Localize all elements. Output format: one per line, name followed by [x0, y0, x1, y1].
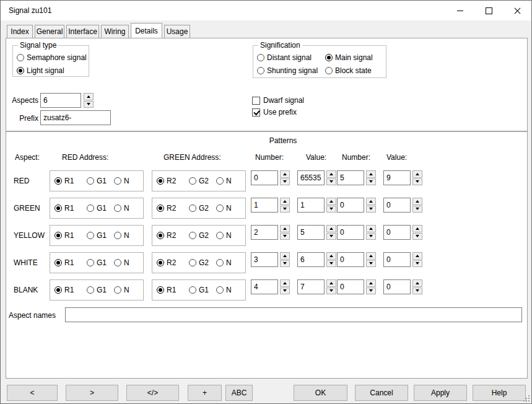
radio-red-green-g2[interactable]: G2	[189, 176, 209, 186]
tab-interface[interactable]: Interface	[66, 25, 99, 38]
value1-input[interactable]	[297, 225, 325, 240]
spin-down-button[interactable]	[412, 178, 422, 186]
spin-up-button[interactable]	[366, 279, 376, 287]
tab-wiring[interactable]: Wiring	[101, 25, 129, 38]
spin-up-button[interactable]	[412, 170, 422, 178]
number2-input[interactable]	[337, 170, 364, 185]
radio-green-green-n[interactable]: N	[216, 203, 232, 213]
tab-details[interactable]: Details	[131, 23, 162, 38]
radio-red-red-g1[interactable]: G1	[87, 176, 107, 186]
apply-button[interactable]: Apply	[414, 385, 467, 401]
next-button[interactable]: >	[66, 385, 118, 401]
spin-up-button[interactable]	[326, 279, 336, 287]
help-button[interactable]: Help	[473, 385, 526, 401]
radio-red-red-r1[interactable]: R1	[55, 176, 74, 186]
value2-input[interactable]	[383, 170, 411, 185]
radio-green-red-r1[interactable]: R1	[55, 203, 74, 213]
radio-blank-red-g1[interactable]: G1	[87, 285, 107, 295]
spin-up-button[interactable]	[326, 198, 336, 205]
value1-input[interactable]	[297, 252, 325, 267]
spin-down-button[interactable]	[280, 178, 290, 186]
spin-up-button[interactable]	[412, 279, 422, 287]
spin-down-button[interactable]	[412, 260, 422, 268]
spin-up-button[interactable]	[280, 198, 290, 205]
number2-input[interactable]	[337, 252, 364, 267]
radio-white-green-n[interactable]: N	[216, 258, 232, 268]
radio-white-green-g2[interactable]: G2	[189, 258, 209, 268]
radio-blank-red-r1[interactable]: R1	[55, 285, 74, 295]
close-button[interactable]	[503, 1, 531, 20]
spin-up-button[interactable]	[280, 225, 290, 232]
radio-blank-green-r1[interactable]: R1	[157, 285, 176, 295]
spin-up-button[interactable]	[412, 198, 422, 205]
prefix-input[interactable]	[40, 110, 111, 125]
spin-down-button[interactable]	[366, 206, 376, 213]
spin-down-button[interactable]	[366, 260, 376, 268]
spin-down-button[interactable]	[326, 260, 336, 268]
spin-down-button[interactable]	[280, 233, 290, 240]
checkbox-use-prefix[interactable]: Use prefix	[252, 108, 297, 116]
spin-down-button[interactable]	[366, 233, 376, 240]
number1-input[interactable]	[251, 225, 278, 240]
abc-button[interactable]: ABC	[225, 385, 253, 401]
radio-green-red-n[interactable]: N	[114, 203, 129, 213]
spin-down-button[interactable]	[412, 233, 422, 240]
spin-down-button[interactable]	[280, 288, 290, 295]
spin-down-button[interactable]	[366, 288, 376, 295]
spin-up-button[interactable]	[366, 198, 376, 205]
number1-input[interactable]	[251, 198, 278, 213]
radio-yellow-red-r1[interactable]: R1	[55, 231, 74, 240]
spin-up-button[interactable]	[326, 170, 336, 178]
spin-down-button[interactable]	[412, 206, 422, 213]
checkbox-dwarf-signal[interactable]: Dwarf signal	[252, 96, 304, 105]
tab-usage[interactable]: Usage	[164, 25, 190, 38]
radio-yellow-red-g1[interactable]: G1	[87, 231, 107, 240]
plus-button[interactable]: +	[188, 385, 222, 401]
spin-down-button[interactable]	[326, 233, 336, 240]
radio-yellow-red-n[interactable]: N	[114, 231, 129, 240]
radio-main-signal[interactable]: Main signal	[325, 53, 386, 63]
radio-blank-red-n[interactable]: N	[114, 285, 129, 295]
spin-up-button[interactable]	[280, 252, 290, 260]
value2-input[interactable]	[383, 252, 411, 267]
value1-input[interactable]	[297, 198, 325, 213]
radio-block-state[interactable]: Block state	[325, 66, 386, 76]
spin-down-button[interactable]	[280, 206, 290, 213]
radio-green-green-g2[interactable]: G2	[189, 203, 209, 213]
spin-up-button[interactable]	[280, 279, 290, 287]
ok-button[interactable]: OK	[294, 385, 347, 401]
value1-input[interactable]	[297, 170, 325, 185]
spin-up-button[interactable]	[326, 252, 336, 260]
radio-yellow-green-n[interactable]: N	[216, 231, 232, 240]
radio-yellow-green-g2[interactable]: G2	[189, 231, 209, 240]
spin-up-button[interactable]	[280, 170, 290, 178]
aspect-names-input[interactable]	[65, 307, 522, 322]
value2-input[interactable]	[383, 279, 411, 294]
spin-down-button[interactable]	[84, 101, 94, 108]
spin-down-button[interactable]	[326, 288, 336, 295]
radio-green-green-r2[interactable]: R2	[157, 203, 176, 213]
maximize-button[interactable]	[474, 1, 503, 20]
radio-blank-green-g1[interactable]: G1	[189, 285, 209, 295]
number1-input[interactable]	[251, 252, 278, 267]
radio-white-red-g1[interactable]: G1	[87, 258, 107, 268]
number1-input[interactable]	[251, 279, 278, 294]
minimize-button[interactable]	[446, 1, 474, 20]
value2-input[interactable]	[383, 225, 411, 240]
radio-red-red-n[interactable]: N	[114, 176, 129, 186]
radio-green-red-g1[interactable]: G1	[87, 203, 107, 213]
number2-input[interactable]	[337, 198, 364, 213]
spin-up-button[interactable]	[84, 93, 94, 100]
aspects-input[interactable]	[40, 93, 81, 108]
tab-index[interactable]: Index	[7, 25, 33, 38]
spin-down-button[interactable]	[326, 178, 336, 186]
code-button[interactable]: </>	[126, 385, 179, 401]
spin-up-button[interactable]	[326, 225, 336, 232]
radio-light-signal[interactable]: Light signal	[17, 66, 89, 76]
spin-up-button[interactable]	[412, 252, 422, 260]
spin-down-button[interactable]	[280, 260, 290, 268]
spin-up-button[interactable]	[412, 225, 422, 232]
radio-red-green-n[interactable]: N	[216, 176, 232, 186]
spin-down-button[interactable]	[326, 206, 336, 213]
radio-yellow-green-r2[interactable]: R2	[157, 231, 176, 240]
